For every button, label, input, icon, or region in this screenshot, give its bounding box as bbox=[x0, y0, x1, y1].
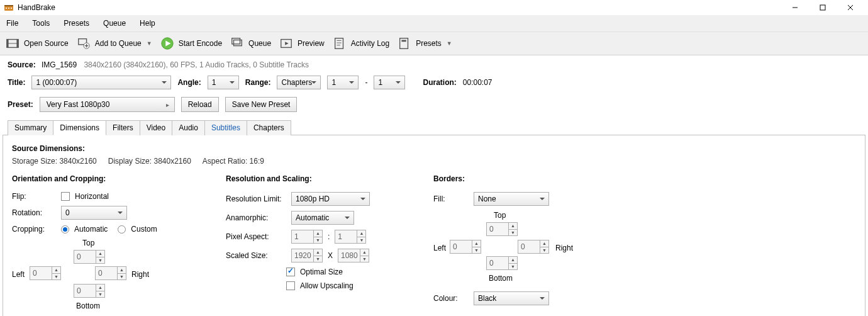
range-from-select[interactable]: 1 bbox=[327, 76, 359, 89]
aspect-ratio: Aspect Ratio: 16:9 bbox=[203, 157, 264, 166]
scaled-height-input[interactable]: 1080▲▼ bbox=[338, 249, 369, 262]
angle-label: Angle: bbox=[177, 78, 201, 87]
activity-log-button[interactable]: Activity Log bbox=[332, 36, 389, 51]
film-icon bbox=[5, 36, 20, 51]
source-name: IMG_1569 bbox=[42, 60, 77, 69]
res-limit-select[interactable]: 1080p HD bbox=[291, 192, 370, 206]
add-to-queue-label: Add to Queue bbox=[95, 39, 142, 48]
border-bottom-label: Bottom bbox=[489, 274, 513, 283]
presets-button[interactable]: Presets ▼ bbox=[397, 36, 452, 51]
colour-select[interactable]: Black bbox=[474, 291, 549, 305]
pixel-aspect-sep: : bbox=[328, 232, 330, 241]
cropping-auto-radio[interactable] bbox=[61, 225, 69, 234]
crop-top-input[interactable]: 0▲▼ bbox=[74, 250, 105, 264]
open-source-label: Open Source bbox=[24, 39, 69, 48]
tab-subtitles[interactable]: Subtitles bbox=[204, 120, 247, 135]
svg-rect-1 bbox=[4, 5, 13, 6]
cropping-label: Cropping: bbox=[12, 225, 56, 234]
svg-rect-28 bbox=[402, 40, 406, 42]
maximize-button[interactable] bbox=[809, 1, 837, 14]
border-bottom-input[interactable]: 0▲▼ bbox=[486, 256, 518, 270]
border-left-label: Left bbox=[433, 244, 446, 252]
border-top-input[interactable]: 0▲▼ bbox=[486, 222, 518, 236]
svg-rect-6 bbox=[820, 5, 825, 10]
svg-marker-22 bbox=[285, 42, 289, 45]
display-size: Display Size: 3840x2160 bbox=[108, 157, 191, 166]
log-icon bbox=[332, 36, 347, 51]
presets-icon bbox=[397, 36, 412, 51]
queue-button[interactable]: Queue bbox=[230, 36, 271, 51]
menu-presets[interactable]: Presets bbox=[61, 18, 92, 29]
optimal-size-label: Optimal Size bbox=[300, 268, 343, 276]
queue-icon bbox=[230, 36, 245, 51]
preview-button[interactable]: Preview bbox=[279, 36, 325, 51]
crop-top-label: Top bbox=[82, 239, 94, 247]
border-right-label: Right bbox=[555, 244, 573, 252]
res-limit-label: Resolution Limit: bbox=[226, 195, 286, 203]
tab-summary[interactable]: Summary bbox=[8, 120, 53, 135]
range-label: Range: bbox=[245, 78, 271, 87]
border-right-input[interactable]: 0▲▼ bbox=[518, 240, 549, 254]
pixel-aspect-x-input[interactable]: 1▲▼ bbox=[291, 230, 323, 244]
tab-filters[interactable]: Filters bbox=[106, 120, 140, 135]
angle-select[interactable]: 1 bbox=[208, 76, 239, 89]
close-button[interactable] bbox=[837, 1, 864, 14]
preset-select[interactable]: Very Fast 1080p30▸ bbox=[40, 97, 175, 112]
tab-dimensions[interactable]: Dimensions bbox=[53, 120, 106, 135]
crop-left-label: Left bbox=[12, 270, 25, 279]
crop-right-label: Right bbox=[131, 270, 149, 279]
source-details: 3840x2160 (3840x2160), 60 FPS, 1 Audio T… bbox=[84, 60, 309, 69]
fill-select[interactable]: None bbox=[474, 192, 549, 206]
border-left-input[interactable]: 0▲▼ bbox=[450, 240, 481, 254]
pixel-aspect-label: Pixel Aspect: bbox=[226, 232, 286, 241]
minimize-button[interactable] bbox=[781, 1, 809, 14]
menu-tools[interactable]: Tools bbox=[30, 18, 52, 29]
save-new-preset-button[interactable]: Save New Preset bbox=[225, 97, 298, 112]
svg-rect-23 bbox=[335, 38, 343, 49]
menu-help[interactable]: Help bbox=[137, 18, 158, 29]
range-to-select[interactable]: 1 bbox=[374, 76, 405, 89]
flip-checkbox[interactable] bbox=[61, 192, 70, 201]
chevron-right-icon: ▸ bbox=[166, 101, 169, 108]
tab-video[interactable]: Video bbox=[140, 120, 172, 135]
open-source-button[interactable]: Open Source bbox=[5, 36, 69, 51]
preview-icon bbox=[279, 36, 294, 51]
source-label: Source: bbox=[8, 60, 36, 69]
rotation-select[interactable]: 0 bbox=[61, 206, 127, 220]
menu-queue[interactable]: Queue bbox=[101, 18, 128, 29]
allow-upscaling-label: Allow Upscaling bbox=[300, 281, 353, 290]
start-encode-label: Start Encode bbox=[179, 39, 222, 48]
tab-chapters[interactable]: Chapters bbox=[247, 120, 291, 135]
app-title: HandBrake bbox=[18, 3, 781, 12]
preview-label: Preview bbox=[298, 39, 325, 48]
crop-bottom-input[interactable]: 0▲▼ bbox=[74, 284, 105, 298]
start-encode-button[interactable]: Start Encode bbox=[160, 36, 222, 51]
pixel-aspect-y-input[interactable]: 1▲▼ bbox=[335, 230, 366, 244]
title-select[interactable]: 1 (00:00:07) bbox=[31, 76, 171, 89]
svg-point-3 bbox=[8, 8, 9, 9]
menu-file[interactable]: File bbox=[4, 18, 21, 29]
flip-label: Flip: bbox=[12, 192, 56, 201]
range-mode-select[interactable]: Chapters bbox=[277, 76, 321, 89]
cropping-custom-radio[interactable] bbox=[118, 225, 126, 234]
reload-button[interactable]: Reload bbox=[181, 97, 219, 112]
source-row: Source: IMG_1569 3840x2160 (3840x2160), … bbox=[0, 55, 868, 72]
allow-upscaling-checkbox[interactable] bbox=[286, 281, 295, 290]
cropping-custom-label: Custom bbox=[131, 225, 157, 234]
crop-left-input[interactable]: 0▲▼ bbox=[30, 266, 61, 280]
scaled-size-label: Scaled Size: bbox=[226, 251, 286, 260]
duration-value: 00:00:07 bbox=[463, 78, 492, 87]
fill-label: Fill: bbox=[433, 195, 469, 203]
anamorphic-select[interactable]: Automatic bbox=[291, 211, 354, 225]
flip-value: Horizontal bbox=[75, 192, 109, 201]
colour-label: Colour: bbox=[433, 294, 469, 303]
rotation-label: Rotation: bbox=[12, 208, 56, 217]
optimal-size-checkbox[interactable] bbox=[286, 268, 295, 276]
add-to-queue-button[interactable]: Add to Queue ▼ bbox=[76, 36, 152, 51]
orientation-header: Orientation and Cropping: bbox=[12, 174, 175, 183]
scaled-width-input[interactable]: 1920▲▼ bbox=[291, 249, 323, 262]
tab-audio[interactable]: Audio bbox=[172, 120, 205, 135]
svg-point-4 bbox=[11, 8, 12, 9]
crop-right-input[interactable]: 0▲▼ bbox=[95, 266, 126, 280]
title-row: Title: 1 (00:00:07) Angle: 1 Range: Chap… bbox=[0, 72, 868, 93]
